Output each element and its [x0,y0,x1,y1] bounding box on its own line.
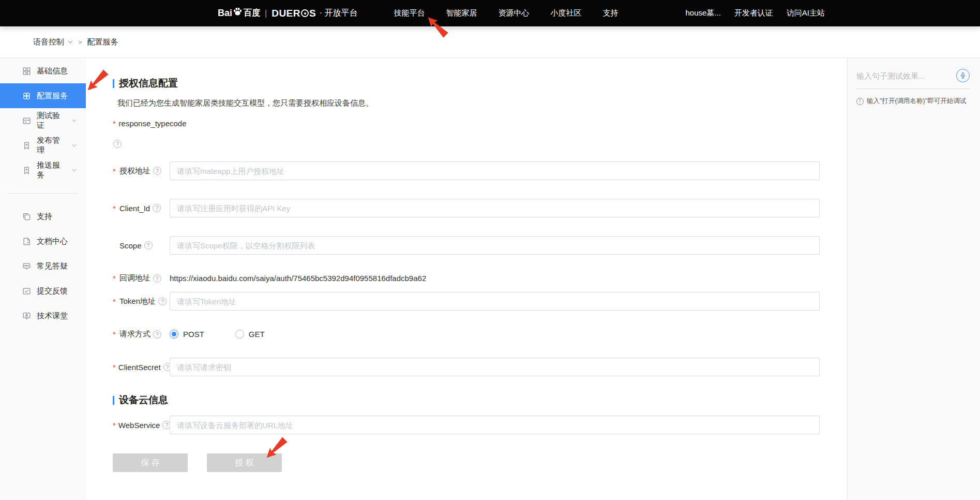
callback-url-value: https://xiaodu.baidu.com/saiya/auth/7546… [170,274,426,283]
scope-input[interactable] [170,236,820,255]
required-marker [113,119,116,128]
config-form-panel: 授权信息配置 我们已经为您生成智能家居类技能交互模型，您只需要授权相应设备信息。… [86,58,847,500]
field-label: response_type [119,119,170,128]
field-label: Token地址 [119,297,156,306]
response-type-value: code [170,119,187,128]
baidu-logo-text: Bai [218,8,232,19]
radio-option-post[interactable]: POST [170,330,204,339]
save-button[interactable]: 保 存 [113,453,188,472]
radio-option-get[interactable]: GET [235,330,265,339]
help-icon[interactable] [153,204,161,212]
sidebar-item-label: 支持 [37,212,52,222]
field-row-webservice: WebService [113,416,820,434]
nav-item-support[interactable]: 支持 [597,0,623,26]
bookmark-plus-icon [22,166,31,175]
field-row-client-id: Client_Id [113,199,820,217]
breadcrumb-current: 配置服务 [87,37,118,47]
nav-item-skill-platform[interactable]: 技能平台 [388,0,430,26]
user-menu[interactable]: house墓... [685,8,720,18]
sidebar-item-doc-center[interactable]: 文档中心 [0,229,86,254]
platform-label: · 开放平台 [320,8,358,19]
required-marker [113,274,117,283]
required-marker [113,297,117,306]
authorize-button[interactable]: 授 权 [207,453,282,472]
sidebar-item-basic-info[interactable]: 基础信息 [0,58,86,83]
field-row-token-url: Token地址 [113,292,820,311]
baidu-paw-icon [233,7,243,17]
field-label: ClientSecret [118,363,161,372]
dueros-logo-text: DUER [272,8,300,19]
edit-check-icon [22,287,31,296]
webservice-input[interactable] [170,416,820,434]
field-row-client-secret: ClientSecret [113,358,820,376]
chat-dots-icon [22,262,31,271]
sidebar-item-support[interactable]: 支持 [0,204,86,229]
help-icon[interactable] [144,241,153,249]
radio-selected-icon[interactable] [170,330,178,339]
sidebar-item-label: 基础信息 [37,66,68,76]
auth-section-header: 授权信息配置 [113,77,820,90]
token-url-input[interactable] [170,292,820,311]
field-label: 授权地址 [119,166,150,176]
sidebar-item-label: 推送服务 [37,160,66,180]
sidebar-divider [8,193,78,194]
sidebar-item-config-service[interactable]: 配置服务 [0,83,86,108]
help-icon[interactable] [153,330,161,339]
sidebar-item-tech-class[interactable]: 技术课堂 [0,303,86,328]
help-icon[interactable] [153,274,161,283]
help-icon[interactable] [153,167,161,175]
mic-button[interactable] [956,69,970,82]
client-id-input[interactable] [170,199,820,217]
baidu-dueros-logo[interactable]: Bai 百度 | DUER S · 开放平台 [218,7,357,20]
sidebar-item-push-service[interactable]: 推送服务 [0,158,86,183]
test-sentence-input[interactable] [856,71,952,80]
auth-url-input[interactable] [170,161,820,180]
test-sentence-row [856,69,970,89]
required-marker [113,204,117,213]
document-icon [22,237,31,246]
field-label: 请求方式 [119,329,150,339]
visit-ai-site-link[interactable]: 访问AI主站 [787,8,825,18]
help-icon[interactable] [158,297,167,305]
sidebar-item-test-verify[interactable]: 测试验证 [0,108,86,133]
device-section-title: 设备云信息 [119,393,168,407]
radio-label: POST [183,330,204,339]
dueros-logo-suffix: S [309,8,316,19]
radio-unselected-icon[interactable] [235,330,244,339]
top-nav-menu: 技能平台 智能家居 资源中心 小度社区 支持 [388,0,623,26]
client-secret-input[interactable] [170,358,820,376]
sidebar-item-label: 配置服务 [37,91,68,101]
sidebar-item-publish-manage[interactable]: 发布管理 [0,133,86,158]
breadcrumb-separator: > [78,38,82,46]
field-row-response-type: response_type code [113,119,820,128]
nav-item-xiaodu-community[interactable]: 小度社区 [545,0,586,26]
required-marker [113,167,117,175]
sidebar-item-faq[interactable]: 常见答疑 [0,254,86,278]
field-row-request-method: 请求方式 POST GET [113,329,820,339]
chevron-down-icon [68,40,73,43]
sidebar-item-feedback[interactable]: 提交反馈 [0,278,86,303]
field-row-scope: Scope [113,236,820,255]
test-panel: 输入"打开(调用名称)"即可开始调试 [847,58,980,500]
classroom-icon [22,312,31,320]
auth-section-title: 授权信息配置 [119,77,178,90]
copy-icon [22,212,31,221]
breadcrumb-skill-name: 语音控制 [33,37,64,47]
sidebar-item-label: 文档中心 [37,237,68,246]
nav-item-smart-home[interactable]: 智能家居 [441,0,482,26]
help-icon[interactable] [113,140,122,148]
test-tip-text: 输入"打开(调用名称)"即可开始调试 [867,97,966,106]
sidebar-item-label: 常见答疑 [37,261,68,271]
field-label: WebService [118,421,160,430]
grid-icon [22,67,31,76]
dueros-o-icon [301,9,309,17]
breadcrumb-skill-menu[interactable]: 语音控制 [33,37,73,47]
info-icon [856,98,864,105]
nav-item-resource-center[interactable]: 资源中心 [493,0,534,26]
test-tip: 输入"打开(调用名称)"即可开始调试 [856,97,970,106]
form-actions: 保 存 授 权 [113,453,820,472]
breadcrumb: 语音控制 > 配置服务 [0,26,980,58]
top-right-group: house墓... 开发者认证 访问AI主站 [685,8,825,18]
developer-cert-link[interactable]: 开发者认证 [734,8,773,18]
sidebar-item-label: 技术课堂 [37,311,68,321]
